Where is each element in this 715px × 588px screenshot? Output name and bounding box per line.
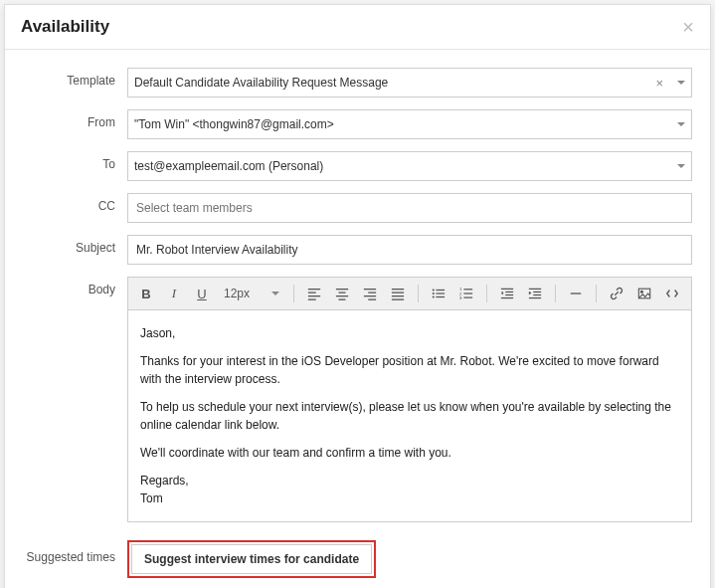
cc-input[interactable] xyxy=(127,193,692,223)
separator xyxy=(596,285,597,302)
indent-icon[interactable] xyxy=(523,282,547,305)
svg-rect-25 xyxy=(463,289,472,290)
row-cc: CC xyxy=(23,193,692,223)
underline-icon[interactable]: U xyxy=(190,282,214,305)
svg-rect-30 xyxy=(505,294,513,295)
font-size-select[interactable]: 12px xyxy=(218,282,285,305)
row-subject: Subject xyxy=(23,235,692,265)
align-right-icon[interactable] xyxy=(358,282,382,305)
chevron-down-icon xyxy=(271,292,279,295)
svg-text:3: 3 xyxy=(459,295,462,300)
italic-icon[interactable]: I xyxy=(162,282,186,305)
svg-rect-27 xyxy=(463,297,472,298)
svg-rect-37 xyxy=(529,297,541,298)
separator xyxy=(555,285,556,302)
code-view-icon[interactable] xyxy=(660,282,684,305)
svg-marker-38 xyxy=(529,292,532,295)
label-to: To xyxy=(23,151,127,171)
modal-title: Availability xyxy=(21,17,109,37)
editor-content[interactable]: Jason, Thanks for your interest in the i… xyxy=(128,310,691,521)
svg-rect-35 xyxy=(533,292,541,293)
clear-template-icon[interactable]: × xyxy=(655,76,663,91)
availability-modal: Availability × Template Default Candidat… xyxy=(4,4,711,588)
svg-rect-34 xyxy=(529,289,541,290)
svg-marker-33 xyxy=(501,294,504,295)
modal-header: Availability × xyxy=(5,5,710,50)
body-line: Thanks for your interest in the iOS Deve… xyxy=(140,352,679,388)
body-line: We'll coordinate with our team and confi… xyxy=(140,444,679,462)
subject-input[interactable] xyxy=(127,235,692,265)
svg-rect-36 xyxy=(533,294,541,295)
close-icon[interactable]: × xyxy=(682,17,694,37)
image-icon[interactable] xyxy=(632,282,656,305)
svg-rect-29 xyxy=(505,292,513,293)
svg-rect-28 xyxy=(501,289,513,290)
svg-point-18 xyxy=(433,295,435,297)
row-body: Body B I U 12px xyxy=(23,277,692,522)
chevron-down-icon xyxy=(677,164,685,168)
from-value: "Tom Win" <thongwin87@gmail.com> xyxy=(134,117,673,131)
label-body: Body xyxy=(23,277,127,296)
ordered-list-icon[interactable]: 123 xyxy=(454,282,478,305)
bold-icon[interactable]: B xyxy=(134,282,158,305)
chevron-down-icon xyxy=(677,81,685,85)
row-suggested-times: Suggested times Suggest interview times … xyxy=(23,540,692,578)
template-select[interactable]: Default Candidate Availability Request M… xyxy=(127,68,692,98)
align-left-icon[interactable] xyxy=(302,282,326,305)
outdent-icon[interactable] xyxy=(495,282,519,305)
svg-point-41 xyxy=(640,291,642,293)
link-icon[interactable] xyxy=(605,282,628,305)
row-template: Template Default Candidate Availability … xyxy=(23,68,692,98)
svg-point-16 xyxy=(433,289,435,291)
separator xyxy=(418,285,419,302)
font-size-value: 12px xyxy=(224,287,250,300)
modal-body: Template Default Candidate Availability … xyxy=(5,50,710,588)
to-select[interactable]: test@exampleemail.com (Personal) xyxy=(127,151,692,181)
horizontal-rule-icon[interactable] xyxy=(564,282,588,305)
suggest-times-button[interactable]: Suggest interview times for candidate xyxy=(131,544,372,574)
label-cc: CC xyxy=(23,193,127,213)
body-line: Regards,Tom xyxy=(140,472,679,507)
chevron-down-icon xyxy=(677,122,685,126)
editor-toolbar: B I U 12px 123 xyxy=(128,278,691,310)
label-template: Template xyxy=(23,68,127,88)
highlight-box: Suggest interview times for candidate xyxy=(127,540,376,578)
svg-rect-19 xyxy=(436,290,445,291)
from-select[interactable]: "Tom Win" <thongwin87@gmail.com> xyxy=(127,109,692,139)
svg-marker-32 xyxy=(501,292,504,294)
label-suggested-times: Suggested times xyxy=(23,540,127,564)
body-line: Jason, xyxy=(140,324,679,342)
row-to: To test@exampleemail.com (Personal) xyxy=(23,151,692,181)
label-subject: Subject xyxy=(23,235,127,255)
body-line: To help us schedule your next interview(… xyxy=(140,398,679,434)
svg-point-17 xyxy=(433,293,435,294)
unordered-list-icon[interactable] xyxy=(427,282,450,305)
label-from: From xyxy=(23,109,127,129)
svg-rect-21 xyxy=(436,296,445,297)
separator xyxy=(293,285,294,302)
template-value: Default Candidate Availability Request M… xyxy=(134,76,655,90)
row-from: From "Tom Win" <thongwin87@gmail.com> xyxy=(23,109,692,139)
to-value: test@exampleemail.com (Personal) xyxy=(134,159,673,173)
editor: B I U 12px 123 xyxy=(127,277,692,522)
align-center-icon[interactable] xyxy=(330,282,354,305)
svg-rect-26 xyxy=(463,293,472,294)
svg-rect-20 xyxy=(436,293,445,294)
align-justify-icon[interactable] xyxy=(386,282,410,305)
separator xyxy=(486,285,487,302)
svg-rect-31 xyxy=(501,297,513,298)
